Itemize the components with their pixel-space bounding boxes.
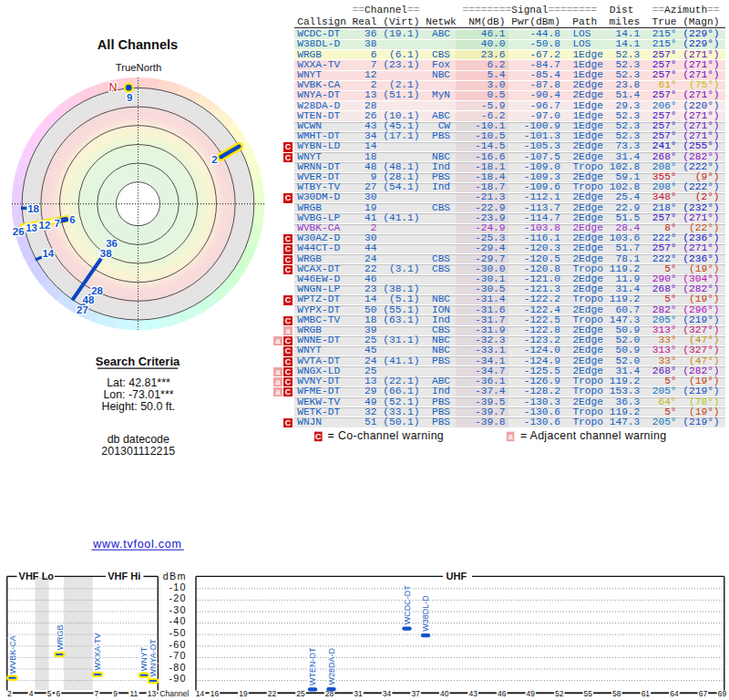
svg-text:-30: -30: [169, 604, 186, 615]
svg-text:31: 31: [354, 689, 363, 698]
svg-text:36: 36: [106, 238, 118, 249]
svg-text:-90: -90: [169, 673, 186, 684]
svg-text:WVBK-CA: WVBK-CA: [8, 635, 17, 674]
svg-text:N: N: [109, 81, 118, 94]
svg-text:WTEN-DT: WTEN-DT: [308, 647, 317, 685]
svg-text:WXXA-TV: WXXA-TV: [93, 633, 102, 670]
svg-text:40: 40: [440, 689, 449, 698]
svg-text:26: 26: [13, 226, 25, 237]
svg-text:67: 67: [699, 689, 708, 698]
svg-text:W28DA-D: W28DA-D: [327, 648, 336, 685]
svg-text:43: 43: [468, 689, 477, 698]
svg-text:34: 34: [383, 689, 392, 698]
svg-text:VHF Hi: VHF Hi: [108, 571, 140, 582]
svg-text:64: 64: [670, 689, 679, 698]
svg-text:WCDC-DT: WCDC-DT: [403, 585, 412, 624]
svg-text:27: 27: [77, 304, 88, 315]
svg-text:2: 2: [7, 689, 12, 698]
svg-text:www.tvfool.com: www.tvfool.com: [92, 538, 181, 551]
svg-text:9: 9: [113, 689, 118, 698]
svg-text:55: 55: [584, 689, 593, 698]
svg-text:38: 38: [100, 248, 112, 259]
svg-text:Lon: -73.01***: Lon: -73.01***: [103, 388, 173, 401]
svg-text:dBm: dBm: [163, 571, 187, 582]
svg-text:C: C: [315, 431, 322, 441]
svg-text:13: 13: [148, 689, 157, 698]
svg-text:9: 9: [127, 92, 132, 103]
svg-text:WRGB: WRGB: [56, 624, 65, 650]
svg-text:46: 46: [498, 689, 507, 698]
svg-text:13: 13: [26, 222, 37, 233]
svg-text:VHF Lo: VHF Lo: [19, 571, 55, 582]
svg-text:Channel: Channel: [159, 689, 189, 698]
svg-text:2: 2: [211, 154, 217, 165]
svg-text:-60: -60: [169, 639, 186, 650]
svg-text:WNYT: WNYT: [139, 646, 149, 671]
svg-text:14: 14: [196, 689, 205, 698]
svg-text:201301112215: 201301112215: [101, 445, 175, 458]
svg-text:69: 69: [718, 689, 727, 698]
svg-text:19: 19: [239, 689, 248, 698]
svg-text:= Adjacent channel warning: = Adjacent channel warning: [520, 429, 666, 442]
svg-text:6: 6: [69, 214, 75, 225]
svg-text:-80: -80: [169, 662, 186, 673]
svg-text:22: 22: [268, 689, 277, 698]
svg-text:TrueNorth: TrueNorth: [116, 62, 161, 73]
svg-text:-10: -10: [169, 582, 186, 592]
svg-text:12: 12: [39, 220, 51, 231]
svg-text:5: 5: [47, 689, 52, 698]
svg-text:14: 14: [42, 248, 54, 259]
svg-text:18: 18: [27, 203, 39, 214]
svg-text:16: 16: [210, 689, 220, 698]
svg-text:-20: -20: [169, 592, 186, 603]
svg-text:6: 6: [56, 689, 60, 698]
svg-text:W38DL-D: W38DL-D: [421, 595, 430, 632]
svg-text:-40: -40: [169, 615, 186, 626]
svg-text:WNYA-DT: WNYA-DT: [149, 639, 158, 677]
svg-text:= Co-channel warning: = Co-channel warning: [328, 429, 444, 442]
svg-text:-70: -70: [169, 650, 186, 661]
svg-text:UHF: UHF: [447, 571, 467, 582]
svg-text:61: 61: [642, 689, 651, 698]
svg-text:Height: 50.0 ft.: Height: 50.0 ft.: [102, 400, 176, 413]
svg-text:7: 7: [55, 218, 60, 229]
svg-text:4: 4: [29, 689, 34, 698]
svg-text:58: 58: [612, 689, 621, 698]
svg-text:49: 49: [527, 689, 536, 698]
svg-text:7: 7: [95, 689, 99, 698]
svg-text:52: 52: [555, 689, 564, 698]
svg-text:25: 25: [296, 689, 305, 698]
svg-text:Lat: 42.81***: Lat: 42.81***: [107, 376, 170, 389]
svg-text:37: 37: [411, 689, 420, 698]
svg-text:All Channels: All Channels: [98, 37, 178, 52]
svg-text:11: 11: [129, 689, 138, 698]
svg-text:Search Criteria: Search Criteria: [96, 355, 180, 368]
svg-text:-50: -50: [169, 627, 186, 638]
svg-text:a: a: [508, 431, 513, 441]
